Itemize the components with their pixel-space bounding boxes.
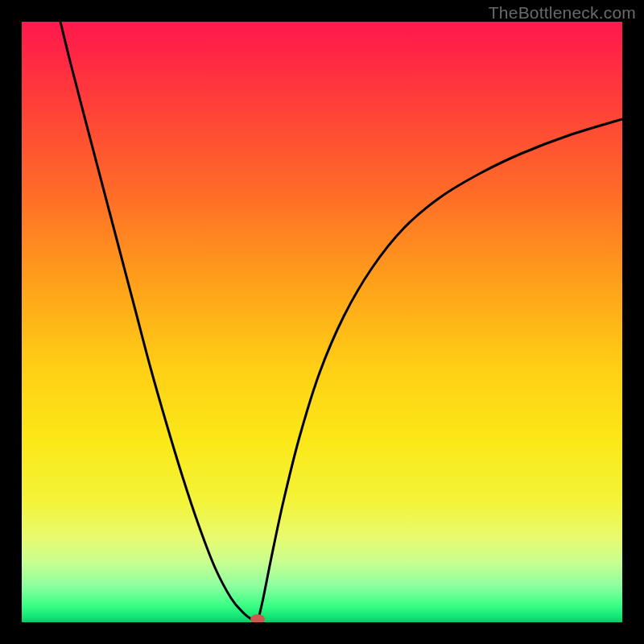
right-curve: [258, 119, 622, 622]
minimum-marker: [250, 614, 265, 622]
chart-plot-area: [22, 22, 622, 622]
watermark-text: TheBottleneck.com: [489, 3, 636, 23]
chart-outer-frame: TheBottleneck.com: [0, 0, 644, 644]
curve-overlay: [22, 22, 622, 622]
left-curve: [60, 22, 258, 622]
